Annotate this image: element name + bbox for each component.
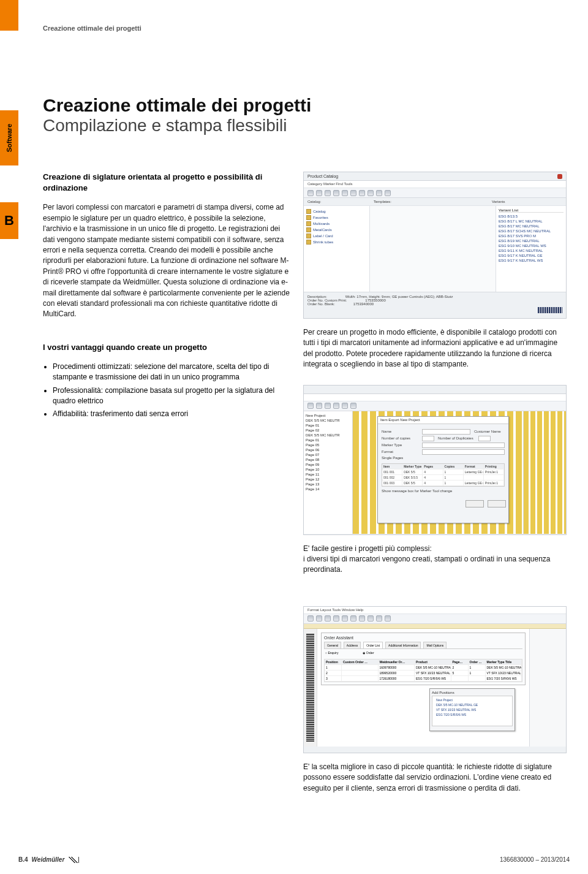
toolbar-icon[interactable] [307,403,314,409]
tree-item[interactable]: Page 01 [306,438,350,443]
table-row[interactable]: 3 1726180000 ESG 7/20 S/R/0/6 WS ESG 7/2… [325,676,522,682]
toolbar-icon[interactable] [325,403,331,409]
toolbar-icon[interactable] [342,615,348,621]
tree-item[interactable]: Page 06 [306,447,350,452]
table-row[interactable]: 001 001 DEK 5/5 4 1 Lettering GE (5x5) P… [382,469,504,475]
name-field[interactable] [422,429,470,435]
toolbar-icon[interactable] [376,190,382,196]
tree-item[interactable]: Page 13 [306,482,350,487]
tab-address[interactable]: Address [344,642,361,648]
copies-field[interactable] [422,436,434,441]
tree-item[interactable]: DEK 5/5 MC NEUTR [306,433,350,438]
variant-item[interactable]: ESG 8/17 L MC NEUTRAL [499,219,564,224]
toolbar-icon[interactable] [316,615,322,621]
cell: 2 [325,671,342,675]
tree-item[interactable]: New Project [306,413,350,418]
tree-item[interactable]: Favorites [306,215,367,221]
project-tree[interactable]: New Project DEK 5/5 MC NEUTR Page 01 Pag… [304,411,353,534]
variant-item[interactable]: ESG 8/17 MC NEUTRAL [499,224,564,229]
cell: DEK 5/5 MC-10 NEUTRAL GE [486,665,522,670]
toolbar-icon[interactable] [333,403,339,409]
toolbar-icon[interactable] [350,403,356,409]
tree-item[interactable]: Multicards [306,221,367,227]
close-icon[interactable] [557,174,562,179]
variant-item[interactable]: ESG 8/19 MC NEUTRAL [499,238,564,243]
table-row[interactable]: 2 1899520000 VT SFX 10/23 NEUTRAL WS 5 1… [325,671,522,676]
toolbar-icon[interactable] [350,190,356,196]
toolbar[interactable] [304,401,566,411]
label-pages: Single Pages [382,456,418,460]
variant-item[interactable]: ESG 8/17 SVS PRO M [499,234,564,238]
screenshot-project-export: New Project DEK 5/5 MC NEUTR Page 01 Pag… [303,385,567,535]
toolbar-icon[interactable] [316,403,322,409]
menu-bar[interactable] [304,394,566,401]
tree-item[interactable]: New Project [434,697,511,702]
table-row[interactable]: 001 003 DEK 5/5 4 1 Lettering GE (5x5) P… [382,481,504,486]
tree-item[interactable]: Page 11 [306,472,350,477]
marker-field[interactable] [422,443,505,448]
radio-order[interactable]: ◉ Order [363,651,374,655]
toolbar-icon[interactable] [359,190,365,196]
table-row[interactable]: 1 1609780000 DEK 5/5 MC-10 NEUTRAL GE 2 … [325,665,522,671]
variant-item[interactable]: ESG 9/11 K MC NEUTRAL [499,248,564,253]
toolbar-icon[interactable] [307,615,314,621]
tree-item[interactable]: ESG 7/20 S/R/0/6 WS [434,712,511,717]
catalog-tree[interactable]: Catalog Favorites Multicards MetalCards … [304,206,370,292]
toolbar-icon[interactable] [359,615,365,621]
tree-item[interactable]: Page 10 [306,467,350,472]
tree-item-label: Shrink tubes [313,240,333,244]
toolbar-icon[interactable] [368,190,374,196]
tab-additional[interactable]: Additional Information [385,642,421,648]
tree-item[interactable]: Page 12 [306,477,350,482]
tree-item[interactable]: DEK 5/5 MC-10 NEUTRAL GE [434,702,511,707]
toolbar-icon[interactable] [368,615,374,621]
toolbar-icon[interactable] [385,190,391,196]
variant-item[interactable]: ESG 9/17 K NEUTRAL WS [499,258,564,263]
variants-panel[interactable]: Variant List ESG 8/13.5 ESG 8/17 L MC NE… [496,206,566,292]
variant-item[interactable]: ESG 9/10 MC NEUTRAL WS [499,243,564,248]
tree-item[interactable]: Page 05 [306,443,350,447]
tree-item[interactable]: Shrink tubes [306,239,367,245]
tree-item[interactable]: Page 01 [306,423,350,428]
toolbar-icon[interactable] [333,615,339,621]
hint-text: Show message box for Marker Tool change [382,489,452,493]
variant-item[interactable]: ESG 8/17 SCHS MC NEUTRAL [499,229,564,234]
toolbar-icon[interactable] [350,615,356,621]
toolbar[interactable] [304,614,566,624]
tab-order-list[interactable]: Order List [363,642,383,648]
menu-bar[interactable]: Category Marker Find Tools [304,181,566,188]
tree-item[interactable]: MetalCards [306,227,367,233]
toolbar-icon[interactable] [325,190,331,196]
tree-item[interactable]: Page 07 [306,452,350,457]
radio-enquiry[interactable]: ○ Enquiry [325,651,338,655]
toolbar[interactable] [304,188,566,198]
tab-bar[interactable]: General Address Order List Additional In… [324,642,522,649]
tree-item[interactable]: Page 14 [306,487,350,492]
tree-item[interactable]: Page 02 [306,428,350,433]
toolbar-icon[interactable] [333,190,339,196]
toolbar-icon[interactable] [307,190,314,196]
toolbar-icon[interactable] [385,615,391,621]
tree-item[interactable]: DEK 5/5 MC NEUTR [306,418,350,423]
format-field[interactable] [422,449,505,455]
ok-button[interactable] [466,500,484,507]
tab-mail[interactable]: Mail Options [423,642,447,648]
cell: 001 003 [382,481,402,485]
cancel-button[interactable] [488,500,506,507]
toolbar-icon[interactable] [342,190,348,196]
toolbar-icon[interactable] [316,190,322,196]
menu-bar[interactable]: Format Layout Tools Window Help [304,607,566,614]
variant-item[interactable]: ESG 9/17 K NEUTRAL GE [499,253,564,258]
table-row[interactable]: 001 002 DEK 5/3.5 4 1 [382,475,504,481]
variant-item[interactable]: ESG 8/13.5 [499,214,564,219]
dups-field[interactable] [478,436,491,441]
toolbar-icon[interactable] [342,403,348,409]
tree-item[interactable]: VT SFX 10/23 NEUTRAL WS [434,707,511,712]
tree-item[interactable]: Page 08 [306,457,350,462]
tree-item[interactable]: Label / Card [306,233,367,239]
tab-general[interactable]: General [324,642,341,648]
toolbar-icon[interactable] [325,615,331,621]
tree-item[interactable]: Catalog [306,208,367,215]
tree-item[interactable]: Page 09 [306,462,350,467]
toolbar-icon[interactable] [376,615,382,621]
